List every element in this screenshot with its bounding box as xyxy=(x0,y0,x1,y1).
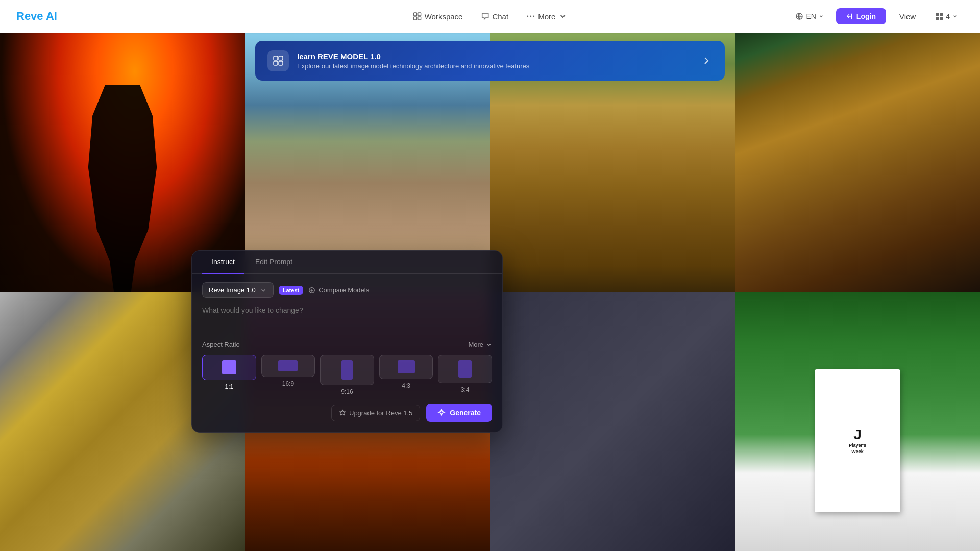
chevron-down-icon xyxy=(558,12,567,20)
tab-instruct[interactable]: Instruct xyxy=(202,251,244,274)
grid-icon xyxy=(935,12,943,20)
nav-view[interactable]: View xyxy=(892,9,923,24)
image-shopping-bag[interactable]: J Player'sWeek xyxy=(735,292,980,551)
model-select-chevron xyxy=(260,287,267,294)
aspect-rect-3-4 xyxy=(458,360,472,378)
aspect-box-4-3 xyxy=(379,355,433,379)
generate-icon xyxy=(437,409,446,417)
banner-title: learn REVE MODEL 1.0 xyxy=(297,52,692,61)
aspect-option-1-1[interactable]: 1:1 xyxy=(202,355,256,395)
shopping-bag-visual: J Player'sWeek xyxy=(815,369,900,512)
workspace-icon xyxy=(413,12,422,20)
aspect-rect-16-9 xyxy=(278,360,298,371)
banner-text: learn REVE MODEL 1.0 Explore our latest … xyxy=(297,52,692,70)
aspect-rect-9-16 xyxy=(341,360,353,380)
aspect-box-9-16 xyxy=(320,355,374,385)
aspect-label-16-9: 16:9 xyxy=(282,380,294,387)
nav-more[interactable]: More xyxy=(520,8,574,25)
svg-rect-2 xyxy=(414,17,417,20)
svg-point-5 xyxy=(530,16,532,17)
nav-right: EN Login View 4 xyxy=(789,8,964,24)
chat-icon xyxy=(481,12,489,20)
silhouette-shape xyxy=(80,85,165,292)
brand-logo[interactable]: Reve AI xyxy=(16,10,57,23)
aspect-box-3-4 xyxy=(438,355,492,383)
upgrade-icon xyxy=(339,409,346,416)
svg-point-4 xyxy=(527,16,529,17)
image-cat-noble[interactable] xyxy=(735,33,980,292)
generate-label: Generate xyxy=(450,409,481,417)
aspect-box-1-1 xyxy=(202,355,256,380)
aspect-ratio-label: Aspect Ratio xyxy=(202,341,240,348)
modal-footer: Upgrade for Reve 1.5 Generate xyxy=(202,404,492,422)
svg-rect-9 xyxy=(940,13,943,16)
aspect-option-4-3[interactable]: 4:3 xyxy=(379,355,433,395)
more-btn-label: More xyxy=(468,341,483,348)
nav-grid-selector[interactable]: 4 xyxy=(929,9,964,23)
banner-arrow-icon xyxy=(700,55,713,67)
nav-chat[interactable]: Chat xyxy=(474,8,516,25)
lang-label: EN xyxy=(806,12,816,20)
image-placeholder-3[interactable] xyxy=(490,292,735,551)
language-selector[interactable]: EN xyxy=(789,9,829,23)
view-label: View xyxy=(899,12,916,21)
aspect-rect-4-3 xyxy=(398,360,415,373)
prompt-input[interactable] xyxy=(202,305,492,332)
modal-body: Reve Image 1.0 Latest Compare Models Asp… xyxy=(192,274,502,432)
chat-label: Chat xyxy=(492,12,508,21)
svg-rect-15 xyxy=(279,61,283,65)
aspect-option-9-16[interactable]: 9:16 xyxy=(320,355,374,395)
banner-subtitle: Explore our latest image model technolog… xyxy=(297,62,692,70)
model-selection-row: Reve Image 1.0 Latest Compare Models xyxy=(202,282,492,298)
upgrade-label: Upgrade for Reve 1.5 xyxy=(349,409,412,417)
model-icon xyxy=(272,55,284,67)
aspect-label-1-1: 1:1 xyxy=(225,383,233,390)
workspace-label: Workspace xyxy=(425,12,463,21)
model-select-dropdown[interactable]: Reve Image 1.0 xyxy=(202,282,274,298)
modal-tabs: Instruct Edit Prompt xyxy=(192,251,502,274)
tab-edit-prompt[interactable]: Edit Prompt xyxy=(246,251,302,274)
aspect-ratio-header: Aspect Ratio More xyxy=(202,341,492,348)
svg-rect-3 xyxy=(418,17,421,20)
svg-rect-11 xyxy=(940,17,943,20)
aspect-label-9-16: 9:16 xyxy=(341,388,353,395)
compare-label: Compare Models xyxy=(318,286,369,294)
svg-point-6 xyxy=(533,16,535,17)
dots-icon xyxy=(527,12,535,20)
promo-banner[interactable]: learn REVE MODEL 1.0 Explore our latest … xyxy=(255,41,725,81)
grid-chevron-icon xyxy=(952,14,958,19)
svg-rect-13 xyxy=(279,56,283,60)
svg-rect-14 xyxy=(274,61,278,65)
instruct-modal: Instruct Edit Prompt Reve Image 1.0 Late… xyxy=(191,250,503,433)
login-icon xyxy=(846,13,853,20)
compare-icon xyxy=(308,287,315,294)
more-chevron-icon xyxy=(486,342,492,348)
svg-rect-12 xyxy=(274,56,278,60)
aspect-label-3-4: 3:4 xyxy=(461,386,470,393)
svg-rect-1 xyxy=(418,13,421,16)
svg-rect-10 xyxy=(936,17,939,20)
more-label: More xyxy=(538,12,555,21)
navbar: Reve AI Workspace Chat More xyxy=(0,0,980,33)
grid-count-label: 4 xyxy=(946,12,950,20)
aspect-more-button[interactable]: More xyxy=(468,341,492,348)
aspect-option-3-4[interactable]: 3:4 xyxy=(438,355,492,395)
nav-center: Workspace Chat More xyxy=(406,8,574,25)
compare-models-button[interactable]: Compare Models xyxy=(308,286,369,294)
model-select-label: Reve Image 1.0 xyxy=(209,286,256,294)
generate-button[interactable]: Generate xyxy=(426,404,492,422)
aspect-box-16-9 xyxy=(261,355,315,377)
aspect-option-16-9[interactable]: 16:9 xyxy=(261,355,315,395)
aspect-label-4-3: 4:3 xyxy=(402,382,410,389)
nav-workspace[interactable]: Workspace xyxy=(406,8,470,25)
globe-icon xyxy=(795,12,803,20)
aspect-options-list: 1:1 16:9 9:16 4:3 xyxy=(202,355,492,395)
svg-rect-8 xyxy=(936,13,939,16)
banner-icon xyxy=(267,50,289,71)
login-label: Login xyxy=(856,12,876,20)
latest-badge: Latest xyxy=(279,286,303,295)
svg-rect-0 xyxy=(414,13,417,16)
login-button[interactable]: Login xyxy=(836,8,886,24)
upgrade-button[interactable]: Upgrade for Reve 1.5 xyxy=(331,405,420,421)
lang-chevron-icon xyxy=(819,14,824,19)
